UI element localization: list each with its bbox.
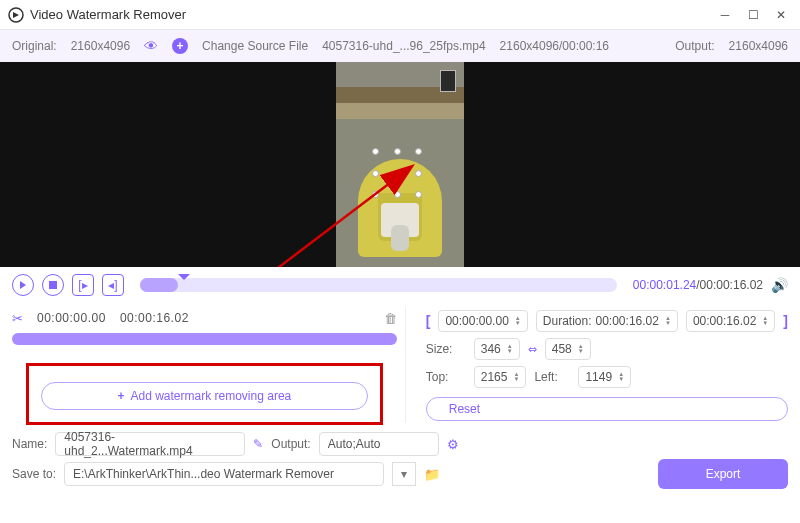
bottom-panel: Name: 4057316-uhd_2...Watermark.mp4 ✎ Ou… — [0, 423, 800, 497]
spin-down[interactable]: ▼ — [513, 321, 523, 326]
plus-icon: + — [117, 389, 124, 403]
stop-button[interactable] — [42, 274, 64, 296]
resolution-duration: 2160x4096/00:00:16 — [500, 39, 609, 53]
mark-in-button[interactable]: [▸ — [72, 274, 94, 296]
volume-icon[interactable]: 🔊 — [771, 277, 788, 293]
selection-box[interactable] — [376, 152, 418, 194]
watermark-panel: ✂ 00:00:00.00 00:00:16.02 🗑 + Add waterm… — [12, 307, 406, 423]
svg-rect-2 — [49, 281, 57, 289]
reset-button[interactable]: Reset — [426, 397, 788, 421]
playback-controls: [▸ ◂] 00:00:01.24/00:00:16.02 🔊 — [0, 267, 800, 303]
scissors-icon[interactable]: ✂ — [12, 311, 23, 326]
handle-n[interactable] — [394, 148, 401, 155]
handle-sw[interactable] — [372, 191, 379, 198]
seg-end-field[interactable]: 00:00:16.02▲▼ — [686, 310, 775, 332]
timeline-knob[interactable] — [178, 274, 190, 286]
height-field[interactable]: 458▲▼ — [545, 338, 591, 360]
segment-panel: [ 00:00:00.00▲▼ Duration:00:00:16.02▲▼ 0… — [420, 307, 788, 423]
close-button[interactable]: ✕ — [770, 4, 792, 26]
time-display: 00:00:01.24/00:00:16.02 — [633, 278, 763, 292]
mark-out-button[interactable]: ◂] — [102, 274, 124, 296]
original-resolution: 2160x4096 — [71, 39, 130, 53]
seg-duration-field[interactable]: Duration:00:00:16.02▲▼ — [536, 310, 678, 332]
handle-center[interactable] — [394, 170, 401, 177]
wm-track[interactable] — [12, 333, 397, 345]
settings-icon[interactable]: ⚙ — [447, 437, 459, 452]
wm-start: 00:00:00.00 — [37, 311, 106, 325]
output-label: Output: — [675, 39, 714, 53]
video-frame — [336, 62, 464, 267]
open-folder-icon[interactable]: 📁 — [424, 467, 440, 482]
infobar: Original: 2160x4096 👁 + Change Source Fi… — [0, 30, 800, 62]
add-area-label: Add watermark removing area — [131, 389, 292, 403]
preview-eye-icon[interactable]: 👁 — [144, 38, 158, 54]
timeline-progress — [140, 278, 178, 292]
app-title: Video Watermark Remover — [30, 7, 714, 22]
top-field[interactable]: 2165▲▼ — [474, 366, 527, 388]
name-field[interactable]: 4057316-uhd_2...Watermark.mp4 — [55, 432, 245, 456]
cat-graphic — [391, 225, 409, 251]
background-picture — [440, 70, 456, 92]
current-time: 00:00:01.24 — [633, 278, 696, 292]
handle-ne[interactable] — [415, 148, 422, 155]
app-icon — [8, 7, 24, 23]
width-field[interactable]: 346▲▼ — [474, 338, 520, 360]
original-label: Original: — [12, 39, 57, 53]
left-field[interactable]: 1149▲▼ — [578, 366, 631, 388]
export-button[interactable]: Export — [658, 459, 788, 489]
handle-s[interactable] — [394, 191, 401, 198]
video-preview[interactable] — [0, 62, 800, 267]
change-source-button[interactable]: Change Source File — [202, 39, 308, 53]
bracket-open-icon[interactable]: [ — [426, 313, 431, 329]
handle-se[interactable] — [415, 191, 422, 198]
save-to-label: Save to: — [12, 467, 56, 481]
delete-icon[interactable]: 🗑 — [384, 311, 397, 326]
file-info: 4057316-uhd_...96_25fps.mp4 — [322, 39, 485, 53]
size-label: Size: — [426, 342, 466, 356]
add-source-icon[interactable]: + — [172, 38, 188, 54]
edit-name-icon[interactable]: ✎ — [253, 437, 263, 451]
output-resolution: 2160x4096 — [729, 39, 788, 53]
save-to-field[interactable]: E:\ArkThinker\ArkThin...deo Watermark Re… — [64, 462, 384, 486]
play-button[interactable] — [12, 274, 34, 296]
titlebar: Video Watermark Remover ─ ☐ ✕ — [0, 0, 800, 30]
save-dropdown[interactable]: ▾ — [392, 462, 416, 486]
handle-e[interactable] — [415, 170, 422, 177]
output-field[interactable]: Auto;Auto — [319, 432, 439, 456]
add-watermark-area-button[interactable]: + Add watermark removing area — [41, 382, 368, 410]
seg-start-field[interactable]: 00:00:00.00▲▼ — [438, 310, 527, 332]
handle-w[interactable] — [372, 170, 379, 177]
left-label: Left: — [534, 370, 570, 384]
timeline-slider[interactable] — [140, 278, 617, 292]
maximize-button[interactable]: ☐ — [742, 4, 764, 26]
wm-end: 00:00:16.02 — [120, 311, 189, 325]
bracket-close-icon[interactable]: ] — [783, 313, 788, 329]
name-label: Name: — [12, 437, 47, 451]
handle-nw[interactable] — [372, 148, 379, 155]
top-label: Top: — [426, 370, 466, 384]
output-label-2: Output: — [271, 437, 310, 451]
link-icon[interactable]: ⇔ — [528, 343, 537, 356]
minimize-button[interactable]: ─ — [714, 4, 736, 26]
total-time: 00:00:16.02 — [700, 278, 763, 292]
highlight-box: + Add watermark removing area — [26, 363, 383, 425]
